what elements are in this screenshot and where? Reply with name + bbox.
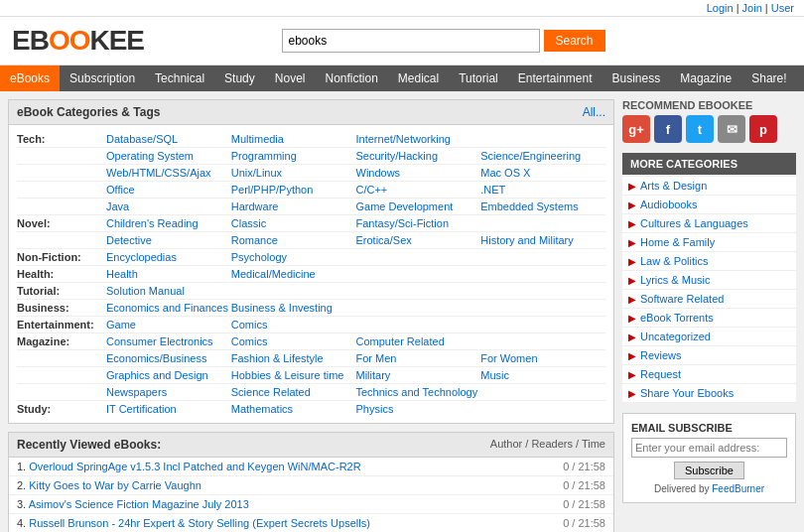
cat-link[interactable]: Java [106,200,231,212]
nav-tutorial[interactable]: Tutorial [449,66,508,91]
nav-share[interactable]: Share! [741,66,796,91]
cat-link[interactable] [356,319,481,331]
cat-link[interactable]: Music [480,369,605,381]
cat-link[interactable]: Windows [356,167,481,179]
gplus-icon[interactable]: g+ [622,115,650,143]
cat-link[interactable] [480,285,605,297]
cat-link[interactable]: Internet/Networking [356,133,481,145]
cat-link[interactable]: Science Related [231,386,356,398]
cat-link[interactable]: Security/Hacking [356,150,481,162]
cat-link[interactable]: Fashion & Lifestyle [231,352,356,364]
more-cat-reviews[interactable]: ▶Reviews [622,346,796,365]
cat-link[interactable]: Graphics and Design [106,369,231,381]
cat-link[interactable]: Consumer Electronics [106,335,231,347]
cat-link[interactable]: Hardware [231,200,356,212]
feedburner-link[interactable]: FeedBurner [712,483,764,494]
cat-link[interactable] [356,302,481,314]
cat-link[interactable]: Newspapers [106,386,231,398]
mail-icon[interactable]: ✉ [718,115,745,143]
nav-novel[interactable]: Novel [265,66,316,91]
cat-link[interactable]: Game [106,319,231,331]
search-input[interactable] [282,29,540,53]
join-link[interactable]: Join [742,2,762,14]
cat-link[interactable]: Science/Engineering [480,150,605,162]
nav-technical[interactable]: Technical [145,66,214,91]
cat-link[interactable]: Encyclopedias [106,251,231,263]
cat-link[interactable] [231,285,356,297]
cat-link[interactable] [480,403,605,415]
nav-entertainment[interactable]: Entertainment [508,66,603,91]
more-cat-lyrics[interactable]: ▶Lyrics & Music [622,271,796,290]
cat-link[interactable]: Technics and Technology [356,386,481,398]
email-input[interactable] [631,438,787,458]
categories-all-link[interactable]: All... [583,105,605,119]
cat-link[interactable]: Erotica/Sex [356,234,481,246]
more-cat-arts[interactable]: ▶Arts & Design [622,177,796,196]
more-cat-law[interactable]: ▶Law & Politics [622,252,796,271]
user-link[interactable]: User [771,2,794,14]
cat-link[interactable]: Office [106,184,231,196]
cat-link[interactable]: Classic [231,217,356,229]
recent-link-1[interactable]: Overloud SpringAge v1.5.3 Incl Patched a… [29,461,360,472]
nav-study[interactable]: Study [214,66,265,91]
cat-link[interactable] [480,268,605,280]
more-cat-request[interactable]: ▶Request [622,365,796,384]
cat-link[interactable] [356,285,481,297]
twitter-icon[interactable]: t [686,115,714,143]
cat-link[interactable]: For Men [356,352,481,364]
cat-link[interactable]: Medical/Medicine [231,268,356,280]
cat-link[interactable]: Children's Reading [106,217,231,229]
cat-link[interactable]: Database/SQL [106,133,231,145]
cat-link[interactable]: Business & Investing [231,302,356,314]
cat-link[interactable]: Multimedia [231,133,356,145]
nav-medical[interactable]: Medical [388,66,449,91]
cat-link[interactable]: Mathematics [231,403,356,415]
cat-link[interactable]: Hobbies & Leisure time [231,369,356,381]
cat-link[interactable]: .NET [480,184,605,196]
cat-link[interactable]: Economics/Business [106,352,231,364]
cat-link[interactable] [480,133,605,145]
cat-link[interactable]: Physics [356,403,481,415]
cat-link[interactable] [356,268,481,280]
cat-link[interactable]: Military [356,369,481,381]
cat-link[interactable]: Fantasy/Sci-Fiction [356,217,481,229]
cat-link[interactable] [480,335,605,347]
cat-link[interactable]: Solution Manual [106,285,231,297]
pinterest-icon[interactable]: p [749,115,777,143]
subscribe-button[interactable]: Subscribe [674,462,744,479]
cat-link[interactable] [480,319,605,331]
cat-link[interactable] [480,386,605,398]
nav-nonfiction[interactable]: Nonfiction [315,66,387,91]
recent-link-4[interactable]: Russell Brunson - 24hr Expert & Story Se… [29,517,370,529]
cat-link[interactable]: Web/HTML/CSS/Ajax [106,167,231,179]
more-cat-home[interactable]: ▶Home & Family [622,233,796,252]
more-cat-audiobooks[interactable]: ▶Audiobooks [622,196,796,214]
login-link[interactable]: Login [707,2,734,14]
more-cat-share[interactable]: ▶Share Your Ebooks [622,384,796,403]
cat-link[interactable]: Game Development [356,200,481,212]
cat-link[interactable]: C/C++ [356,184,481,196]
cat-link[interactable]: Health [106,268,231,280]
cat-link[interactable]: Computer Related [356,335,481,347]
recent-link-3[interactable]: Asimov's Science Fiction Magazine July 2… [29,498,249,510]
cat-link[interactable]: Unix/Linux [231,167,356,179]
nav-magazine[interactable]: Magazine [670,66,741,91]
cat-link[interactable] [480,251,605,263]
cat-link[interactable]: For Women [480,352,605,364]
nav-business[interactable]: Business [603,66,671,91]
cat-link[interactable] [480,217,605,229]
cat-link[interactable]: Romance [231,234,356,246]
cat-link[interactable]: Operating System [106,150,231,162]
more-cat-ebook-torrents[interactable]: ▶eBook Torrents [622,309,796,328]
cat-link[interactable]: IT Certification [106,403,231,415]
cat-link[interactable]: Programming [231,150,356,162]
cat-link[interactable]: Embedded Systems [480,200,605,212]
cat-link[interactable]: Comics [231,335,356,347]
cat-link[interactable]: History and Military [480,234,605,246]
nav-ebooks[interactable]: eBooks [0,66,60,91]
cat-link[interactable]: Mac OS X [480,167,605,179]
cat-link[interactable]: Comics [231,319,356,331]
more-cat-software[interactable]: ▶Software Related [622,290,796,309]
cat-link[interactable]: Economics and Finances [106,302,231,314]
cat-link[interactable] [480,302,605,314]
